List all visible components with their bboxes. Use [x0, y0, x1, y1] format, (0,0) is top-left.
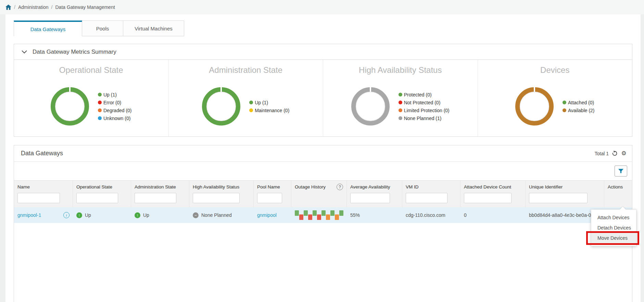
- table-row[interactable]: gnmipool-1 i ↑ Up ↑ Up – None Planned gn…: [14, 207, 632, 223]
- menu-caret: [620, 207, 626, 210]
- filter-input-unique-identifier[interactable]: [529, 193, 588, 203]
- outage-bar: [335, 214, 339, 220]
- legend-item: Attached (0): [563, 100, 595, 105]
- filter-input-vm-id[interactable]: [406, 193, 447, 203]
- tab-pools[interactable]: Pools: [82, 21, 123, 36]
- menu-item-detach-devices[interactable]: Detach Devices: [591, 223, 636, 233]
- legend-item: Maintenance (0): [249, 108, 289, 113]
- cell-outage-history: [291, 210, 347, 221]
- data-gateways-header: Data Gateways Total 1 ⚙: [14, 145, 632, 162]
- high-availability-legend: Protected (0) Not Protected (0) Limited …: [399, 92, 450, 121]
- metrics-summary-panel: Data Gateway Metrics Summary Operational…: [14, 44, 632, 137]
- outage-bar: [313, 210, 317, 216]
- gear-icon[interactable]: ⚙: [620, 150, 627, 157]
- breadcrumb-separator: /: [14, 4, 15, 10]
- cell-attached-device-count: 0: [460, 212, 526, 218]
- outage-history-bars: [295, 210, 344, 221]
- none-planned-status-icon: –: [193, 212, 199, 218]
- metrics-summary-header[interactable]: Data Gateway Metrics Summary: [14, 44, 632, 60]
- operational-state-donut-chart: [51, 87, 89, 126]
- table-toolbar: [14, 162, 632, 180]
- legend-item: Not Protected (0): [399, 100, 450, 105]
- legend-dot: [98, 101, 102, 104]
- column-administration-state: Administration State: [131, 181, 189, 207]
- column-unique-identifier: Unique Identifier: [526, 181, 604, 207]
- filter-input-pool-name[interactable]: [257, 193, 282, 203]
- column-actions: Actions: [604, 181, 632, 207]
- actions-context-menu: Attach Devices Detach Devices Move Devic…: [591, 209, 636, 246]
- data-gateways-section: Data Gateways Total 1 ⚙ Name: [14, 145, 632, 302]
- up-status-icon: ↑: [135, 212, 140, 218]
- metrics-summary-title: Data Gateway Metrics Summary: [33, 49, 116, 55]
- outage-bar: [339, 210, 343, 216]
- page: / Administration / Data Gateway Manageme…: [0, 0, 644, 302]
- administration-state-legend: Up (1) Maintenance (0): [249, 100, 289, 113]
- devices-donut-chart: [515, 87, 554, 126]
- home-icon[interactable]: [5, 4, 11, 10]
- column-pool-name: Pool Name: [254, 181, 291, 207]
- main-content-card: Data Gateways Pools Virtual Machines Dat…: [5, 14, 641, 302]
- outage-bar: [326, 214, 330, 220]
- legend-dot: [98, 93, 102, 96]
- panel-devices: Devices Attached (0) Available (2): [478, 60, 632, 136]
- breadcrumb: / Administration / Data Gateway Manageme…: [0, 0, 644, 14]
- legend-item: Available (2): [563, 108, 595, 113]
- total-count: Total 1: [595, 151, 609, 156]
- filter-input-attached-device-count[interactable]: [464, 193, 512, 203]
- cell-vm-id: cdg-110.cisco.com: [402, 212, 460, 218]
- panel-administration-state: Administration State Up (1) Maintenance …: [169, 60, 324, 136]
- panel-title: Operational State: [14, 65, 168, 75]
- filter-input-administration-state[interactable]: [135, 193, 176, 203]
- legend-item: Up (1): [98, 92, 132, 97]
- cell-pool-name: gnmipool: [254, 212, 291, 218]
- cell-operational-state: ↑ Up: [73, 212, 131, 218]
- legend-dot: [98, 108, 102, 112]
- outage-bar: [304, 210, 308, 216]
- cell-name: gnmipool-1 i: [14, 212, 73, 218]
- legend-item: Degraded (0): [98, 108, 132, 113]
- legend-dot: [563, 108, 566, 112]
- info-icon[interactable]: i: [63, 212, 70, 218]
- outage-bar: [295, 210, 299, 216]
- legend-dot: [249, 108, 253, 112]
- outage-bar: [299, 214, 303, 220]
- legend-dot: [98, 116, 102, 120]
- legend-dot: [399, 93, 402, 96]
- legend-dot: [399, 116, 402, 120]
- filter-button[interactable]: [615, 166, 627, 176]
- legend-dot: [249, 101, 253, 104]
- outage-bar: [330, 210, 334, 216]
- legend-item: Up (1): [249, 100, 289, 105]
- column-name: Name: [14, 181, 73, 207]
- gateway-name-link[interactable]: gnmipool-1: [17, 212, 41, 218]
- panel-operational-state: Operational State Up (1) Error (0) Degra…: [14, 60, 169, 136]
- refresh-icon[interactable]: [611, 150, 618, 157]
- breadcrumb-data-gateway-management[interactable]: Data Gateway Management: [55, 4, 115, 10]
- filter-input-operational-state[interactable]: [76, 193, 118, 203]
- filter-input-high-availability-status[interactable]: [193, 193, 240, 203]
- operational-state-legend: Up (1) Error (0) Degraded (0) Unknown (0…: [98, 92, 132, 121]
- cell-administration-state: ↑ Up: [131, 212, 189, 218]
- legend-item: Limited Protection (0): [399, 108, 450, 113]
- tab-data-gateways[interactable]: Data Gateways: [14, 21, 82, 36]
- up-status-icon: ↑: [76, 212, 82, 218]
- legend-item: Protected (0): [399, 92, 450, 97]
- legend-dot: [399, 101, 402, 104]
- column-high-availability-status: High Availability Status: [189, 181, 254, 207]
- column-average-availability: Average Availability: [347, 181, 402, 207]
- filter-input-name[interactable]: [17, 193, 60, 203]
- pool-name-link[interactable]: gnmipool: [257, 212, 277, 218]
- panel-title: Devices: [478, 65, 632, 75]
- breadcrumb-administration[interactable]: Administration: [18, 4, 49, 10]
- tab-virtual-machines[interactable]: Virtual Machines: [123, 21, 184, 36]
- help-icon[interactable]: ?: [337, 184, 343, 190]
- menu-item-attach-devices[interactable]: Attach Devices: [591, 212, 636, 223]
- legend-dot: [563, 101, 566, 104]
- menu-item-move-devices[interactable]: Move Devices: [591, 233, 636, 243]
- panel-high-availability-status: High Availability Status Protected (0) N…: [323, 60, 478, 136]
- column-outage-history: Outage History ?: [291, 181, 347, 207]
- table-header-row: Name Operational State Administration St…: [14, 180, 632, 207]
- column-operational-state: Operational State: [73, 181, 131, 207]
- filter-input-average-availability[interactable]: [350, 193, 390, 203]
- panel-title: Administration State: [169, 65, 323, 75]
